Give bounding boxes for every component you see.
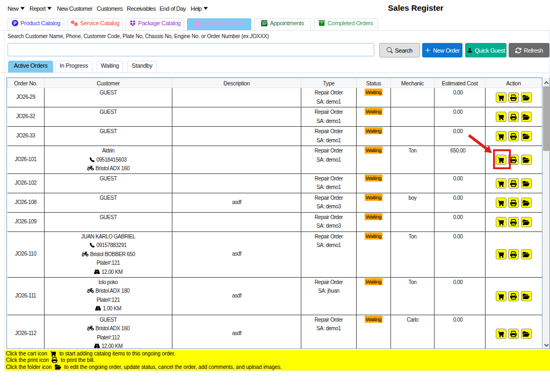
svg-text:P: P <box>13 21 17 26</box>
